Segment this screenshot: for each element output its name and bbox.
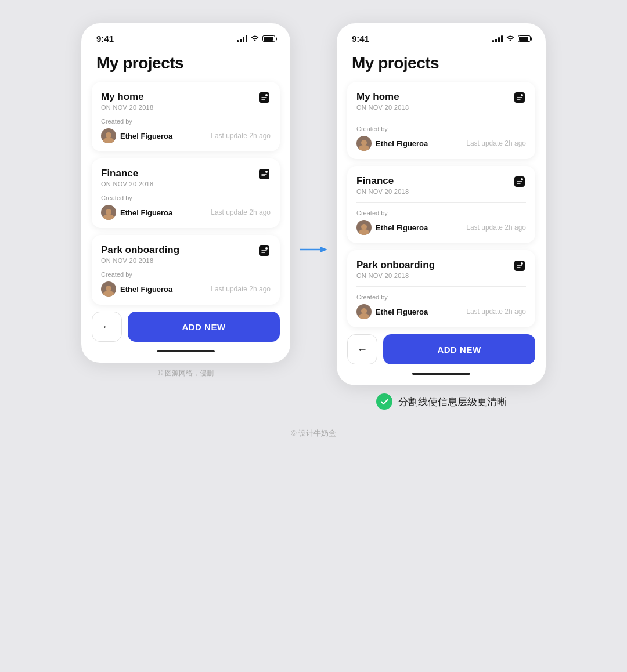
left-card-2-icon [258, 168, 271, 183]
right-page-title: My projects [352, 54, 531, 73]
left-battery-icon [262, 35, 275, 42]
right-card-1-date: ON NOV 20 2018 [356, 104, 409, 111]
left-card-3: Park onboarding ON NOV 20 2018 Created b… [92, 235, 280, 305]
right-time: 9:41 [352, 34, 369, 44]
left-phone: 9:41 My projects [81, 23, 290, 363]
left-card-3-footer: Ethel Figueroa Last update 2h ago [101, 281, 271, 297]
left-home-indicator [157, 350, 215, 352]
annotation-text: 分割线使信息层级更清晰 [398, 395, 507, 409]
right-phone-wrapper: 9:41 My projects [337, 23, 546, 410]
right-card-3-divider [356, 286, 526, 287]
main-row: 9:41 My projects [0, 23, 627, 410]
left-card-1-header: My home ON NOV 20 2018 [101, 91, 271, 111]
left-back-button[interactable]: ← [92, 312, 122, 342]
right-card-2-name: Finance [356, 175, 409, 187]
left-card-2-avatar-row: Ethel Figueroa [101, 205, 172, 220]
right-wifi-icon [506, 34, 515, 43]
right-card-2-created-label: Created by [356, 209, 526, 216]
bottom-copyright: © 设计牛奶盒 [291, 428, 336, 439]
right-card-1-avatar [356, 136, 372, 151]
right-card-2-header: Finance ON NOV 20 2018 [356, 175, 526, 195]
right-add-new-button[interactable]: ADD NEW [383, 334, 535, 364]
right-card-1-icon [513, 91, 526, 107]
right-back-button[interactable]: ← [347, 334, 377, 364]
right-annotation: 分割线使信息层级更清晰 [376, 393, 507, 410]
left-card-1-date: ON NOV 20 2018 [101, 104, 153, 111]
checkmark-icon [380, 397, 389, 406]
right-bottom-bar: ← ADD NEW [347, 334, 535, 364]
check-circle-icon [376, 393, 392, 410]
left-card-1-created-label: Created by [101, 118, 271, 125]
right-card-2-footer: Ethel Figueroa Last update 2h ago [356, 220, 526, 235]
left-card-3-update: Last update 2h ago [211, 285, 271, 293]
left-card-2-footer: Ethel Figueroa Last update 2h ago [101, 205, 271, 220]
svg-point-5 [265, 247, 268, 250]
right-card-1-person: Ethel Figueroa [376, 139, 428, 148]
right-card-1-divider [356, 118, 526, 118]
left-status-bar: 9:41 [92, 34, 280, 49]
right-card-2-icon [513, 175, 526, 191]
left-card-2-update: Last update 2h ago [211, 208, 271, 216]
left-card-1-footer: Ethel Figueroa Last update 2h ago [101, 128, 271, 143]
left-card-3-name: Park onboarding [101, 244, 179, 256]
left-signal-icon [237, 35, 247, 42]
left-card-2-avatar [101, 205, 116, 220]
right-card-1-footer: Ethel Figueroa Last update 2h ago [356, 136, 526, 151]
left-card-3-person: Ethel Figueroa [120, 285, 172, 294]
left-add-new-button[interactable]: ADD NEW [128, 312, 280, 342]
svg-point-9 [521, 94, 523, 96]
left-phone-wrapper: 9:41 My projects [81, 23, 290, 378]
right-card-2-date: ON NOV 20 2018 [356, 188, 409, 195]
right-card-3-name: Park onboarding [356, 259, 435, 271]
arrow-container [290, 244, 337, 255]
right-signal-icon [492, 35, 503, 42]
left-status-icons [237, 34, 275, 43]
right-card-3-update: Last update 2h ago [466, 308, 526, 316]
right-card-3-header: Park onboarding ON NOV 20 2018 [356, 259, 526, 279]
left-card-3-created-label: Created by [101, 271, 271, 278]
arrow-icon [300, 244, 327, 255]
right-card-1-created-label: Created by [356, 125, 526, 132]
right-card-2-update: Last update 2h ago [466, 223, 526, 232]
right-phone: 9:41 My projects [337, 23, 546, 385]
left-card-1-update: Last update 2h ago [211, 132, 271, 140]
right-card-2-avatar-row: Ethel Figueroa [356, 220, 428, 235]
left-card-1-avatar-row: Ethel Figueroa [101, 128, 172, 143]
left-card-2-created-label: Created by [101, 194, 271, 201]
left-card-2: Finance ON NOV 20 2018 Created by Ethel … [92, 158, 280, 228]
left-time: 9:41 [96, 34, 114, 44]
right-card-3-date: ON NOV 20 2018 [356, 272, 435, 279]
right-card-3-person: Ethel Figueroa [376, 308, 428, 316]
right-card-3-avatar [356, 304, 372, 319]
right-card-3-footer: Ethel Figueroa Last update 2h ago [356, 304, 526, 319]
right-card-2-avatar [356, 220, 372, 235]
svg-point-11 [521, 178, 523, 180]
left-card-1-avatar [101, 128, 116, 143]
left-card-3-avatar [101, 281, 116, 297]
left-card-3-avatar-row: Ethel Figueroa [101, 281, 172, 297]
left-card-1-icon [258, 91, 271, 107]
right-card-1-avatar-row: Ethel Figueroa [356, 136, 428, 151]
svg-point-3 [265, 171, 268, 173]
right-battery-icon [518, 35, 531, 42]
right-card-1: My home ON NOV 20 2018 Created by Ethel … [347, 82, 535, 159]
left-card-1: My home ON NOV 20 2018 Created by Ethel … [92, 82, 280, 151]
right-card-2-divider [356, 202, 526, 203]
left-card-2-date: ON NOV 20 2018 [101, 180, 153, 187]
svg-point-13 [521, 262, 523, 265]
left-card-3-icon [258, 244, 271, 260]
right-card-2-person: Ethel Figueroa [376, 223, 428, 232]
svg-point-1 [265, 94, 268, 96]
right-card-1-update: Last update 2h ago [466, 139, 526, 147]
left-card-1-name: My home [101, 91, 153, 103]
svg-marker-7 [320, 247, 327, 252]
left-card-3-date: ON NOV 20 2018 [101, 257, 179, 264]
left-card-1-person: Ethel Figueroa [120, 132, 172, 140]
left-bottom-bar: ← ADD NEW [92, 312, 280, 342]
left-card-3-header: Park onboarding ON NOV 20 2018 [101, 244, 271, 264]
right-card-2: Finance ON NOV 20 2018 Created by Ethel … [347, 166, 535, 243]
left-copyright: © 图源网络，侵删 [158, 368, 214, 378]
right-card-3-icon [513, 259, 526, 275]
right-card-3: Park onboarding ON NOV 20 2018 Created b… [347, 250, 535, 327]
right-card-3-avatar-row: Ethel Figueroa [356, 304, 428, 319]
